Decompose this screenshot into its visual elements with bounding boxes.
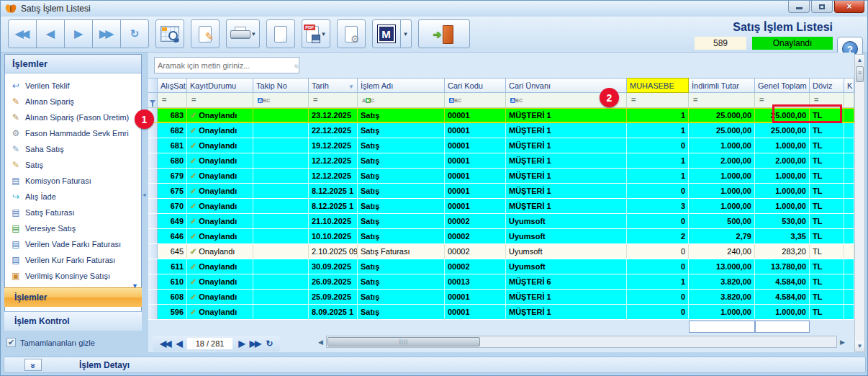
column-header-kayit[interactable]: KayıtDurumu [187,78,253,93]
vscroll-thumb[interactable] [856,66,864,82]
sidebar-item-verilen-teklif[interactable]: ↩Verilen Teklif [5,78,141,94]
table-row[interactable]: 683✓Onaylandı23.12.2025Satış00001MÜŞTERİ… [148,108,854,123]
hscroll-track[interactable] [326,336,837,348]
column-header-tarih[interactable]: Tarih▼ [309,78,358,93]
cell-alissatis: 681 [158,138,187,153]
filter-cell-indirimli[interactable]: = [689,93,755,108]
column-header-kur[interactable]: K [844,78,854,93]
pager-refresh-button[interactable]: ↻ [263,339,276,349]
cell-alissatis: 649 [158,214,187,228]
restore-button[interactable] [811,1,833,13]
m-module-button[interactable]: M [372,19,401,48]
vscroll-down-icon[interactable]: ▼ [855,341,864,352]
pdf-save-dropdown-icon[interactable]: ▾ [322,30,325,37]
filter-cell-kod[interactable]: ABC [445,93,506,108]
pager-last-button[interactable]: ▶▶ [247,339,263,349]
filter-cell-muhasebe[interactable]: = [627,93,689,108]
sort-desc-icon[interactable]: ▼ [348,84,354,90]
column-header-takip[interactable]: Takip No [253,78,309,93]
detail-expand-button[interactable]: » [24,359,42,371]
table-row[interactable]: 611✓Onaylandı30.09.2025Satış00002Uyumsof… [148,259,854,274]
cell-indirimli: 2.000,00 [689,153,755,168]
filter-cell-kur[interactable] [844,93,854,108]
sidebar-item-satis-faturasi[interactable]: ▤Satış Faturası [5,205,141,220]
sidebar-item-alinan-siparis[interactable]: ✎Alınan Sipariş [5,94,141,109]
first-record-button[interactable]: ◀◀ [8,19,37,48]
column-header-alissatis[interactable]: AlışSatış [158,78,187,93]
table-row[interactable]: 682✓Onaylandı22.12.2025Satış00001MÜŞTERİ… [148,123,854,138]
hscroll-right-icon[interactable]: ▶ [837,339,848,346]
sidebar-item-alis-iade[interactable]: ↪Alış İade [5,189,141,205]
sidebar-item-verilen-kur-farki-faturasi[interactable]: ▤Verilen Kur Farkı Faturası [5,252,141,268]
table-row[interactable]: 610✓Onaylandı26.09.2025Satış00013MÜŞTERİ… [148,274,854,290]
sidebar-item-alinan-siparis-fason-uretim[interactable]: ✎Alınan Sipariş (Fason Üretim) [5,109,141,125]
table-row[interactable]: 649✓Onaylandı21.10.2025Satış00002Uyumsof… [148,214,854,229]
window-title: Satış İşlem Listesi [21,4,91,14]
table-row[interactable]: 679✓Onaylandı12.12.2025Satış00001MÜŞTERİ… [148,169,854,184]
sidebar-section-islemler[interactable]: İşlemler [4,287,142,307]
column-header-indirimli[interactable]: İndirimli Tutar [689,78,755,93]
pager-next-button[interactable]: ▶ [235,339,246,349]
sidebar-item-komisyon-faturasi[interactable]: ▤Komisyon Faturası [5,173,141,189]
filter-funnel-cell[interactable] [148,93,158,108]
minimize-button[interactable] [788,1,810,13]
column-header-genel[interactable]: Genel Toplam [755,78,810,93]
hscroll-left-icon[interactable]: ◀ [315,339,326,346]
verilen-kur-farki-faturasi-icon: ▤ [10,255,22,265]
pager-first-button[interactable]: ◀◀ [157,339,173,349]
sidebar-item-satis[interactable]: ✎Satış [5,157,141,173]
table-row[interactable]: 670✓Onaylandı8.12.2025 1Satış00001MÜŞTER… [148,199,854,214]
filter-cell-kayit[interactable]: = [187,93,253,108]
sidebar-item-fason-hammadde-sevk-emri[interactable]: ⚙Fason Hammadde Sevk Emri [5,125,141,141]
row-indicator-cell [148,244,158,259]
hide-completed-checkbox[interactable]: ✔ [6,338,16,347]
cell-kod: 00002 [445,229,506,243]
cell-genel: 4.584,00 [755,290,810,304]
sidebar-item-verilen-vade-farki-faturasi[interactable]: ▤Verilen Vade Farkı Faturası [5,236,141,252]
exit-button[interactable] [418,19,470,48]
table-row[interactable]: 596✓Onaylandı8.09.2025 1Satış00001MÜŞTER… [148,305,854,320]
close-button[interactable]: × [834,1,864,13]
table-row[interactable]: 608✓Onaylandı25.09.2025Satış00001MÜŞTERİ… [148,290,854,305]
sidebar-section-islem-kontrol[interactable]: İşlem Kontrol [4,311,142,331]
table-row[interactable]: 645✓Onaylandı2.10.2025 09Satış Faturası0… [148,244,854,259]
vscroll-up-icon[interactable]: ▲ [855,55,864,66]
filter-cell-tarih[interactable]: = [309,93,358,108]
table-row[interactable]: 646✓Onaylandı10.10.2025Satış00002Uyumsof… [148,229,854,244]
search-input[interactable] [155,61,290,70]
edit-button[interactable] [191,19,220,48]
table-row[interactable]: 675✓Onaylandı8.12.2025 1Satış00001MÜŞTER… [148,184,854,199]
print-button[interactable]: ▾ [226,19,260,48]
filter-cell-takip[interactable]: ABC [253,93,309,108]
previous-record-button[interactable]: ◀ [36,19,65,48]
grid-search-button[interactable] [155,19,184,48]
column-header-doviz[interactable]: Döviz [810,78,844,93]
vertical-scrollbar[interactable]: ▲ ▼ [854,54,865,352]
table-row[interactable]: 681✓Onaylandı19.12.2025Satış00001MÜŞTERİ… [148,138,854,153]
attachment-button[interactable] [266,19,295,48]
sidebar-collapse-icon[interactable]: ◂ [143,191,146,198]
column-header-islem[interactable]: İşlem Adı [358,78,445,93]
tools-button[interactable] [337,19,366,48]
filter-cell-islem[interactable]: ABC [358,93,445,108]
sidebar-item-verilmis-konsinye-satisi[interactable]: ▣Verilmiş Konsinye Satışı [5,268,141,284]
search-icon[interactable]: ⌕ [290,61,299,71]
app-window: Satış İşlem Listesi × ◀◀◀▶▶▶↻▾▾M▾ Satış … [0,0,868,376]
column-header-kod[interactable]: Cari Kodu [445,78,506,93]
pager-previous-button[interactable]: ◀ [173,339,184,349]
column-header-muhasebe[interactable]: MUHASEBE [627,78,689,93]
last-record-button[interactable]: ▶▶ [92,19,121,48]
print-dropdown-icon[interactable]: ▾ [252,30,256,37]
table-row[interactable]: 680✓Onaylandı12.12.2025Satış00001MÜŞTERİ… [148,153,854,169]
next-record-button[interactable]: ▶ [64,19,93,48]
summary-indirimli-box[interactable] [689,321,755,333]
summary-genel-box[interactable] [755,321,810,333]
cell-islem: Satış [358,123,445,138]
hscroll-thumb[interactable] [327,337,480,346]
m-module-dropdown-button[interactable]: ▾ [400,19,412,48]
pdf-save-button[interactable]: ▾ [302,19,330,48]
refresh-button[interactable]: ↻ [120,19,149,48]
filter-cell-alissatis[interactable]: = [158,93,187,108]
sidebar-item-saha-satis[interactable]: ✎Saha Satış [5,141,141,157]
sidebar-item-veresiye-satis[interactable]: ▤Veresiye Satış [5,220,141,236]
